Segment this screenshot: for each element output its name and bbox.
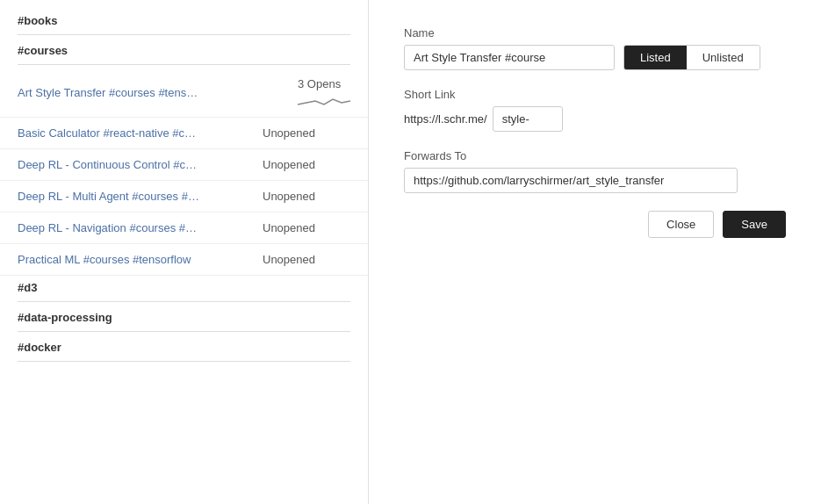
close-button[interactable]: Close [648,211,714,238]
short-link-field-group: Short Link https://l.schr.me/ [404,88,786,132]
item-name: Deep RL - Continuous Control #c… [18,158,263,171]
short-link-row: https://l.schr.me/ [404,106,786,132]
name-input[interactable] [404,45,615,70]
unlisted-button[interactable]: Unlisted [687,46,760,69]
save-button[interactable]: Save [723,211,786,238]
item-name: Deep RL - Navigation #courses #… [18,221,263,234]
divider-courses [18,64,350,65]
divider-docker [18,361,350,362]
forwards-to-input[interactable] [404,168,738,193]
item-name: Deep RL - Multi Agent #courses #… [18,190,263,203]
list-item[interactable]: Art Style Transfer #courses #tens… 3 Ope… [0,68,368,118]
item-status: Unopened [263,221,350,234]
category-books[interactable]: #books [0,9,368,32]
item-name: Art Style Transfer #courses #tens… [18,86,298,99]
opens-graph: 3 Opens [298,77,350,108]
category-docker[interactable]: #docker [0,335,368,359]
category-d3[interactable]: #d3 [0,276,368,299]
name-label: Name [404,26,786,40]
item-status: Unopened [263,253,350,266]
listed-button[interactable]: Listed [624,46,687,69]
short-link-input[interactable] [493,106,563,132]
list-item[interactable]: Practical ML #courses #tensorflow Unopen… [0,244,368,276]
divider-d3 [18,301,350,302]
short-link-label: Short Link [404,88,786,101]
left-panel: #books #courses Art Style Transfer #cour… [0,0,369,504]
item-name: Practical ML #courses #tensorflow [18,253,263,266]
forwards-to-label: Forwards To [404,149,786,162]
short-link-base: https://l.schr.me/ [404,112,487,126]
item-status: Unopened [263,190,350,203]
right-panel: Name Listed Unlisted Short Link https://… [369,0,821,504]
opens-label: 3 Opens [298,77,341,90]
divider-books [18,34,350,35]
list-item[interactable]: Deep RL - Navigation #courses #… Unopene… [0,212,368,244]
list-item[interactable]: Basic Calculator #react-native #c… Unope… [0,118,368,149]
item-name: Basic Calculator #react-native #c… [18,126,263,140]
category-courses[interactable]: #courses [0,39,368,62]
name-row: Listed Unlisted [404,45,786,70]
listed-unlisted-toggle: Listed Unlisted [623,45,760,70]
action-row: Close Save [404,211,786,238]
list-item[interactable]: Deep RL - Continuous Control #c… Unopene… [0,149,368,181]
item-status: Unopened [263,158,350,171]
forwards-to-field-group: Forwards To [404,149,786,193]
list-item[interactable]: Deep RL - Multi Agent #courses #… Unopen… [0,181,368,212]
category-data-processing[interactable]: #data-processing [0,306,368,329]
item-status: Unopened [263,126,350,140]
divider-data-processing [18,331,350,332]
name-field-group: Name Listed Unlisted [404,26,786,70]
sparkline-icon [298,92,350,108]
